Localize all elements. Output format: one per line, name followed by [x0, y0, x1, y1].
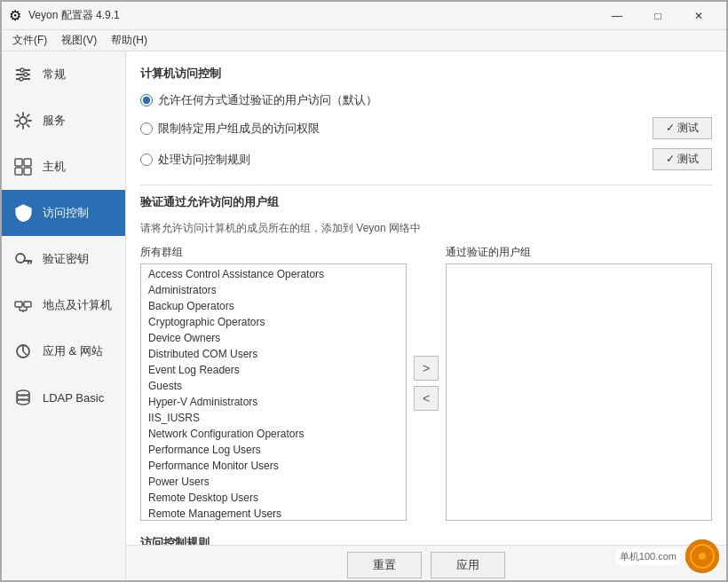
auth-key-icon: [12, 248, 34, 270]
radio-text-3: 处理访问控制规则: [158, 152, 250, 168]
all-groups-label: 所有群组: [140, 245, 407, 260]
remove-from-auth-button[interactable]: <: [414, 386, 439, 411]
list-item[interactable]: Performance Log Users: [143, 442, 404, 458]
user-group-title: 验证通过允许访问的用户组: [140, 194, 712, 210]
sidebar-label-access: 访问控制: [43, 205, 89, 221]
list-item[interactable]: Remote Desktop Users: [143, 490, 404, 506]
list-item[interactable]: Event Log Readers: [143, 362, 404, 378]
svg-rect-10: [15, 159, 22, 166]
sidebar-label-locations: 地点及计算机: [43, 297, 112, 313]
arrow-buttons: > <: [414, 356, 439, 411]
list-item[interactable]: Network Configuration Operators: [143, 426, 404, 442]
radio-input-1[interactable]: [140, 94, 153, 106]
sidebar: 常规 服务 主机: [2, 51, 126, 582]
svg-line-27: [23, 351, 27, 355]
reset-button[interactable]: 重置: [347, 552, 422, 578]
sidebar-item-access-control[interactable]: 访问控制: [2, 190, 125, 236]
sidebar-label-authkey: 验证密钥: [43, 251, 89, 267]
svg-rect-12: [15, 168, 22, 175]
svg-point-4: [24, 73, 28, 76]
radio-row-2: 限制特定用户组成员的访问权限 ✓ 测试: [140, 117, 712, 139]
menu-view[interactable]: 视图(V): [54, 31, 104, 50]
sidebar-label-general: 常规: [43, 67, 66, 83]
list-item[interactable]: Cryptographic Operators: [143, 314, 404, 330]
list-item[interactable]: Access Control Assistance Operators: [143, 266, 404, 282]
title-bar-left: ⚙ Veyon 配置器 4.9.1: [9, 7, 120, 24]
list-item[interactable]: Administrators: [143, 282, 404, 298]
radio-input-3[interactable]: [140, 153, 153, 166]
app-body: 常规 服务 主机: [2, 51, 726, 582]
sidebar-item-service[interactable]: 服务: [2, 98, 125, 144]
list-item[interactable]: Power Users: [143, 474, 404, 490]
sidebar-item-locations[interactable]: 地点及计算机: [2, 282, 125, 328]
ldap-icon: [12, 387, 34, 408]
host-icon: [12, 156, 34, 177]
app-icon: ⚙: [9, 7, 21, 24]
auth-groups-listbox[interactable]: [446, 263, 712, 521]
auth-groups-label: 通过验证的用户组: [446, 245, 712, 260]
radio-text-2: 限制特定用户组成员的访问权限: [158, 121, 320, 137]
menu-bar: 文件(F) 视图(V) 帮助(H): [2, 30, 726, 51]
user-group-panels: 所有群组 Access Control Assistance Operators…: [140, 245, 712, 521]
sidebar-label-apps: 应用 & 网站: [43, 343, 103, 359]
svg-rect-13: [24, 168, 31, 175]
minimize-button[interactable]: —: [597, 2, 637, 30]
list-item[interactable]: Distributed COM Users: [143, 346, 404, 362]
watermark: 单机100.com: [616, 539, 719, 573]
maximize-button[interactable]: □: [637, 2, 678, 30]
section-divider: [140, 185, 712, 185]
title-bar: ⚙ Veyon 配置器 4.9.1 — □ ✕: [2, 2, 726, 30]
auth-groups-panel: 通过验证的用户组: [446, 245, 712, 521]
sidebar-item-apps[interactable]: 应用 & 网站: [2, 328, 125, 374]
radio-label-2[interactable]: 限制特定用户组成员的访问权限: [140, 121, 320, 137]
access-control-radio-group: 允许任何方式通过验证的用户访问（默认） 限制特定用户组成员的访问权限 ✓ 测试 …: [140, 92, 712, 170]
radio-label-3[interactable]: 处理访问控制规则: [140, 152, 250, 168]
all-groups-listbox[interactable]: Access Control Assistance OperatorsAdmin…: [140, 263, 407, 521]
add-to-auth-button[interactable]: >: [414, 356, 439, 381]
radio-row-1: 允许任何方式通过验证的用户访问（默认）: [140, 92, 712, 108]
content-area: 计算机访问控制 允许任何方式通过验证的用户访问（默认） 限制特定用户组成员的访问…: [126, 51, 726, 582]
sidebar-label-service: 服务: [43, 113, 66, 129]
user-group-section: 验证通过允许访问的用户组 请将允许访问计算机的成员所在的组，添加到 Veyon …: [140, 194, 712, 521]
section-title: 计算机访问控制: [140, 66, 712, 82]
sidebar-item-auth-key[interactable]: 验证密钥: [2, 236, 125, 282]
general-icon: [12, 64, 34, 85]
apps-icon: [12, 341, 34, 362]
sidebar-item-host[interactable]: 主机: [2, 144, 125, 190]
list-item[interactable]: Performance Monitor Users: [143, 458, 404, 474]
svg-point-1: [20, 68, 24, 72]
radio-input-2[interactable]: [140, 122, 153, 135]
radio-label-1[interactable]: 允许任何方式通过验证的用户访问（默认）: [140, 92, 377, 108]
watermark-text: 单机100.com: [616, 548, 680, 565]
apply-button[interactable]: 应用: [431, 552, 505, 578]
svg-point-9: [20, 117, 27, 124]
sidebar-item-ldap[interactable]: LDAP Basic: [2, 374, 125, 421]
list-item[interactable]: Guests: [143, 378, 404, 394]
list-item[interactable]: Backup Operators: [143, 298, 404, 314]
all-groups-panel: 所有群组 Access Control Assistance Operators…: [140, 245, 407, 521]
menu-help[interactable]: 帮助(H): [104, 31, 154, 50]
test-button-3[interactable]: ✓ 测试: [653, 148, 712, 170]
list-item[interactable]: Remote Management Users: [143, 506, 404, 521]
watermark-logo: [685, 539, 719, 573]
access-control-icon: [12, 202, 34, 224]
test-button-2[interactable]: ✓ 测试: [653, 117, 712, 139]
sidebar-label-ldap: LDAP Basic: [43, 391, 104, 405]
list-item[interactable]: Device Owners: [143, 330, 404, 346]
locations-icon: [12, 295, 34, 316]
radio-row-3: 处理访问控制规则 ✓ 测试: [140, 148, 712, 170]
svg-rect-19: [24, 302, 31, 307]
close-button[interactable]: ✕: [678, 2, 719, 30]
sidebar-label-host: 主机: [43, 159, 66, 175]
user-group-desc: 请将允许访问计算机的成员所在的组，添加到 Veyon 网络中: [140, 221, 712, 236]
list-item[interactable]: IIS_IUSRS: [143, 410, 404, 426]
list-item[interactable]: Hyper-V Administrators: [143, 394, 404, 410]
title-bar-controls: — □ ✕: [597, 2, 719, 30]
svg-point-35: [699, 553, 706, 560]
service-icon: [12, 110, 34, 131]
content-scroll[interactable]: 计算机访问控制 允许任何方式通过验证的用户访问（默认） 限制特定用户组成员的访问…: [126, 51, 726, 545]
menu-file[interactable]: 文件(F): [5, 31, 54, 50]
sidebar-item-general[interactable]: 常规: [2, 51, 125, 98]
radio-text-1: 允许任何方式通过验证的用户访问（默认）: [158, 92, 377, 108]
svg-rect-18: [15, 302, 22, 307]
